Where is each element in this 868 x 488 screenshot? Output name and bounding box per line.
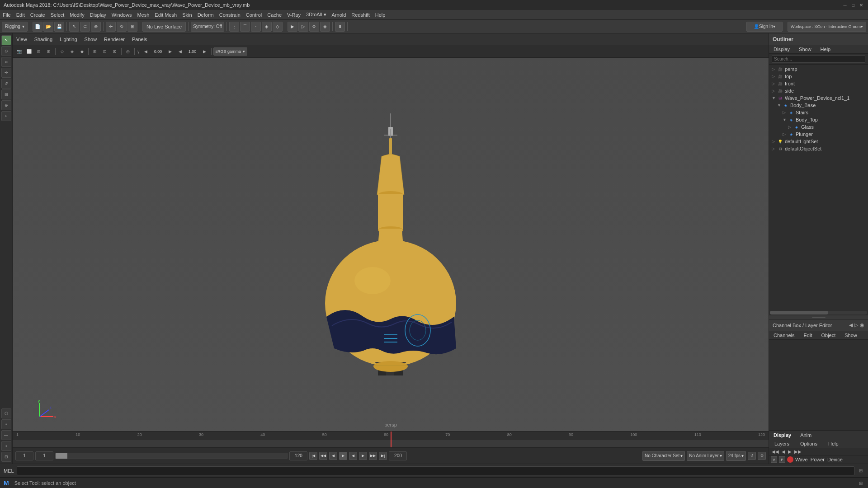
menu-help[interactable]: Help [375, 12, 386, 18]
anim-tab[interactable]: Anim [796, 431, 816, 440]
layers-tab[interactable]: Layers [771, 440, 793, 448]
outliner-tab-show[interactable]: Show [794, 45, 816, 53]
gamma2-up[interactable]: ▶ [200, 47, 209, 56]
save-button[interactable]: 💾 [54, 22, 64, 32]
layer-nav-prev[interactable]: ◀ [781, 449, 786, 454]
menu-display[interactable]: Display [90, 12, 106, 18]
cb-tab-show[interactable]: Show [840, 331, 862, 339]
edge-mode-button[interactable]: — [1, 430, 11, 440]
film-gate-button[interactable]: ⬜ [24, 47, 33, 56]
paint-button[interactable]: ⊕ [91, 22, 101, 32]
soft-mod-button[interactable]: ≈ [1, 111, 11, 121]
script-expand-button[interactable]: ⊞ [857, 468, 864, 473]
outliner-tab-display[interactable]: Display [769, 45, 794, 53]
rotate-button[interactable]: ↺ [1, 79, 11, 89]
prev-key-button[interactable]: ◀◀ [319, 452, 327, 460]
outliner-search-input[interactable] [772, 55, 865, 63]
close-button[interactable]: ✕ [858, 2, 864, 8]
play-reverse-button[interactable]: ◀ [349, 452, 357, 460]
channel-box-icon-1[interactable]: ◀ [849, 322, 853, 328]
hypershade-button[interactable]: ◈ [320, 22, 330, 32]
field-chart-button[interactable]: ⊞ [44, 47, 53, 56]
symmetry-button[interactable]: Symmetry: Off [191, 22, 224, 32]
live-surface-button[interactable]: No Live Surface [142, 22, 186, 32]
view-menu-renderer[interactable]: Renderer [104, 37, 125, 42]
tree-item-stairs[interactable]: ▷ ◈ Stairs [770, 109, 867, 116]
camera-button[interactable]: 📷 [14, 47, 24, 56]
playback-range[interactable] [55, 453, 288, 459]
help-tab[interactable]: Help [825, 440, 842, 448]
snap-view-button[interactable]: ◈ [262, 22, 272, 32]
menu-file[interactable]: File [3, 12, 11, 18]
cb-tab-edit[interactable]: Edit [799, 331, 816, 339]
menu-deform[interactable]: Deform [198, 12, 214, 18]
paint-select-button[interactable]: ⊙ [1, 46, 11, 56]
select-mode-button[interactable]: ↖ [1, 35, 11, 45]
layer-nav-left[interactable]: ◀◀ [771, 449, 780, 454]
menu-select[interactable]: Select [51, 12, 65, 18]
view-menu-shading[interactable]: Shading [34, 37, 52, 42]
wireframe-button[interactable]: ◇ [57, 47, 66, 56]
cb-tab-object[interactable]: Object [816, 331, 840, 339]
snap-surface-button[interactable]: ◇ [273, 22, 283, 32]
snap-point-button[interactable]: · [251, 22, 261, 32]
char-set-dropdown[interactable]: No Character Set ▾ [642, 451, 685, 461]
end-frame-input[interactable]: 120 [289, 451, 307, 460]
start-frame-input[interactable]: 1 [15, 451, 33, 460]
timeline[interactable]: 1 10 20 30 40 50 60 70 80 90 100 110 120 [13, 431, 769, 447]
snap-grid-button[interactable]: ⋮ [229, 22, 239, 32]
layer-nav-right[interactable]: ▶▶ [793, 449, 802, 454]
jump-start-button[interactable]: |◀ [309, 452, 317, 460]
menu-3dtoall[interactable]: 3DtoAll ▾ [306, 12, 326, 18]
face-mode-button[interactable]: ▪ [1, 441, 11, 451]
lasso-select-button[interactable]: ⊂ [1, 57, 11, 67]
menu-edit-mesh[interactable]: Edit Mesh [155, 12, 177, 18]
menu-cache[interactable]: Cache [267, 12, 282, 18]
outliner-scrollbar-thumb[interactable] [770, 311, 828, 314]
gamma2-down[interactable]: ◀ [176, 47, 185, 56]
tree-item-top[interactable]: ▷ 🎥 top [770, 73, 867, 80]
open-button[interactable]: 📂 [43, 22, 53, 32]
tree-item-body-base[interactable]: ▼ ◈ Body_Base [770, 102, 867, 109]
render-button[interactable]: ▶ [288, 22, 297, 32]
menu-mesh[interactable]: Mesh [137, 12, 149, 18]
viewport[interactable]: x y z persp [13, 58, 769, 431]
fps-dropdown[interactable]: 24 fps ▾ [726, 451, 746, 461]
menu-modify[interactable]: Modify [70, 12, 84, 18]
outliner-scrollbar[interactable] [770, 311, 867, 314]
next-frame-button[interactable]: ▶ [359, 452, 367, 460]
minimize-button[interactable]: ─ [842, 2, 848, 8]
tree-item-light-set[interactable]: ▷ 💡 defaultLightSet [770, 138, 867, 145]
hud-button[interactable]: ⊡ [100, 47, 109, 56]
options-tab[interactable]: Options [797, 440, 821, 448]
move-button[interactable]: ✛ [1, 68, 11, 78]
tree-item-glass[interactable]: ▷ ◈ Glass [770, 123, 867, 131]
tree-item-persp[interactable]: ▷ 🎥 persp [770, 66, 867, 73]
workspace-dropdown[interactable]: Workspace : XGen - Interactive Groom▾ [788, 22, 866, 32]
tree-item-object-set[interactable]: ▷ ⊟ defaultObjectSet [770, 145, 867, 152]
status-grid-button[interactable]: ⊞ [857, 481, 864, 486]
universal-manip-button[interactable]: ⊕ [1, 100, 11, 110]
prev-frame-button[interactable]: ◀ [329, 452, 337, 460]
view-menu-view[interactable]: View [16, 37, 27, 42]
current-frame-input[interactable]: 1 [35, 451, 53, 460]
maximize-button[interactable]: □ [850, 2, 856, 8]
scale-tool-button[interactable]: ⊞ [127, 22, 137, 32]
view-menu-show[interactable]: Show [85, 37, 97, 42]
move-tool-button[interactable]: ✛ [106, 22, 116, 32]
layer-playback-p[interactable]: P [779, 456, 785, 463]
layer-color-swatch[interactable] [787, 456, 793, 463]
view-menu-panels[interactable]: Panels [132, 37, 147, 42]
menu-edit[interactable]: Edit [16, 12, 25, 18]
grid-button[interactable]: ⊞ [90, 47, 99, 56]
menu-redshift[interactable]: Redshift [351, 12, 369, 18]
anim-layer-dropdown[interactable]: No Anim Layer ▾ [687, 451, 724, 461]
menu-constrain[interactable]: Constrain [219, 12, 241, 18]
menu-windows[interactable]: Windows [112, 12, 132, 18]
tree-item-plunger[interactable]: ▷ ◈ Plunger [770, 131, 867, 138]
command-input[interactable] [17, 466, 854, 475]
pause-button[interactable]: ⏸ [335, 22, 345, 32]
flat-button[interactable]: ◆ [77, 47, 86, 56]
channel-box-icon-3[interactable]: ◉ [860, 322, 864, 328]
layer-visibility-v[interactable]: V [771, 456, 777, 463]
